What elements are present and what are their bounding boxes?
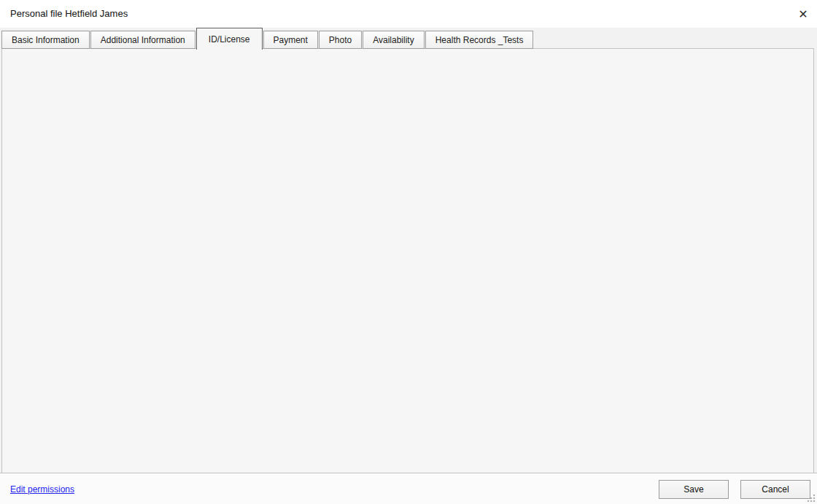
tab-strip: Basic Information Additional Information…	[1, 28, 534, 49]
tab-payment[interactable]: Payment	[263, 31, 318, 49]
tab-label: ID/License	[209, 34, 250, 44]
resize-grip[interactable]	[807, 494, 816, 503]
edit-permissions-link[interactable]: Edit permissions	[10, 484, 74, 495]
title-bar: Personal file Hetfield James ✕	[0, 0, 817, 28]
tab-additional-information[interactable]: Additional Information	[90, 31, 195, 49]
tab-health-records-tests[interactable]: Health Records _Tests	[425, 31, 534, 49]
cancel-button[interactable]: Cancel	[740, 480, 810, 499]
close-button[interactable]: ✕	[795, 6, 811, 22]
tab-label: Basic Information	[12, 35, 80, 45]
tab-id-license[interactable]: ID/License	[196, 28, 263, 50]
tab-label: Health Records _Tests	[435, 35, 524, 45]
window-title: Personal file Hetfield James	[10, 8, 128, 19]
tab-label: Photo	[329, 35, 352, 45]
tab-label: Payment	[274, 35, 308, 45]
tab-label: Additional Information	[101, 35, 185, 45]
tab-photo[interactable]: Photo	[319, 31, 362, 49]
tab-label: Availability	[373, 35, 414, 45]
tab-availability[interactable]: Availability	[363, 31, 424, 49]
close-icon: ✕	[798, 7, 808, 21]
save-button[interactable]: Save	[659, 480, 729, 499]
tab-content-pane	[1, 48, 814, 473]
tab-basic-information[interactable]: Basic Information	[1, 31, 90, 49]
